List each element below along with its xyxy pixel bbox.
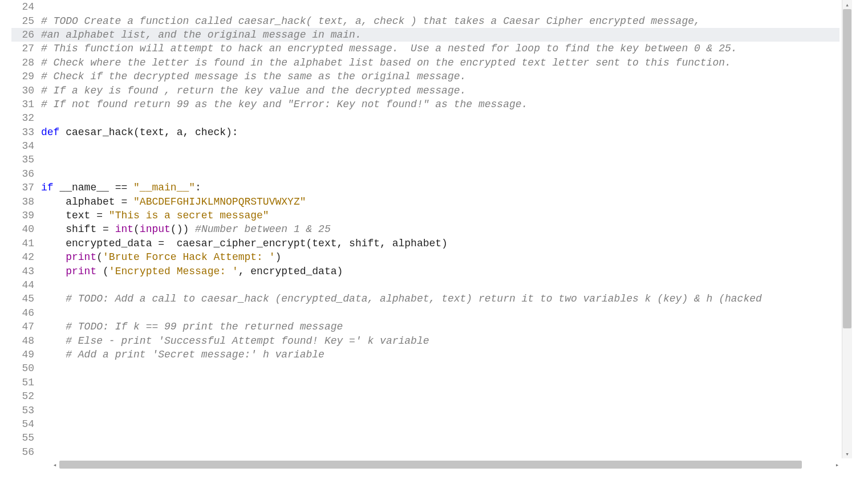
vertical-scroll-thumb[interactable]	[843, 9, 851, 328]
code-line[interactable]: 42 print('Brute Force Hack Attempt: ')	[11, 250, 839, 264]
code-line[interactable]: 37if __name__ == "__main__":	[11, 181, 839, 194]
token: #an alphabet list, and the original mess…	[41, 29, 362, 40]
code-line[interactable]: 55	[11, 431, 839, 445]
code-line[interactable]: 39 text = "This is a secret message"	[11, 209, 839, 222]
code-line[interactable]: 28# Check where the letter is found in t…	[11, 56, 839, 70]
code-line[interactable]: 30# If a key is found , return the key v…	[11, 83, 839, 97]
scroll-down-arrow-icon[interactable]: ▾	[842, 449, 852, 458]
code-line[interactable]: 43 print ('Encrypted Message: ', encrypt…	[11, 264, 839, 278]
line-number: 25	[11, 15, 41, 27]
code-line[interactable]: 26#an alphabet list, and the original me…	[11, 28, 839, 42]
line-number: 53	[11, 405, 41, 416]
code-content[interactable]: #an alphabet list, and the original mess…	[41, 29, 839, 40]
code-line[interactable]: 36	[11, 167, 839, 181]
token: alphabet =	[41, 196, 133, 208]
line-number: 46	[11, 307, 41, 319]
code-content[interactable]: shift = int(input()) #Number between 1 &…	[41, 223, 839, 235]
code-line[interactable]: 44	[11, 278, 839, 292]
code-content[interactable]: print('Brute Force Hack Attempt: ')	[41, 251, 839, 263]
token: "__main__"	[133, 182, 195, 193]
code-line[interactable]: 33def caesar_hack(text, a, check):	[11, 125, 839, 139]
token	[41, 321, 66, 332]
code-line[interactable]: 51	[11, 376, 839, 389]
line-number: 36	[11, 168, 41, 180]
code-line[interactable]: 31# If not found return 99 as the key an…	[11, 97, 839, 111]
scroll-left-arrow-icon[interactable]: ◂	[50, 459, 59, 470]
code-line[interactable]: 46	[11, 306, 839, 320]
code-content[interactable]: text = "This is a secret message"	[41, 210, 839, 221]
line-number: 40	[11, 223, 41, 235]
code-content[interactable]: alphabet = "ABCDEFGHIJKLMNOPQRSTUVWXYZ"	[41, 196, 839, 208]
token: )	[275, 251, 282, 263]
code-content[interactable]: encrypted_data = caesar_cipher_encrypt(t…	[41, 238, 839, 249]
code-content[interactable]: # TODO: If k == 99 print the returned me…	[41, 321, 839, 332]
code-line[interactable]: 50	[11, 361, 839, 375]
token: # If a key is found , return the key val…	[41, 85, 466, 96]
token: __name__ ==	[54, 182, 133, 193]
code-content[interactable]: # Check if the decrypted message is the …	[41, 71, 839, 82]
token: # TODO: If k == 99 print the returned me…	[66, 321, 343, 332]
code-content[interactable]: # Else - print 'Successful Attempt found…	[41, 335, 839, 347]
code-line[interactable]: 49 # Add a print 'Secret message:' h var…	[11, 348, 839, 361]
code-content[interactable]: # Add a print 'Secret message:' h variab…	[41, 349, 839, 360]
line-number: 49	[11, 349, 41, 360]
token: 'Encrypted Message: '	[109, 266, 238, 277]
code-line[interactable]: 48 # Else - print 'Successful Attempt fo…	[11, 333, 839, 347]
code-content[interactable]: # If not found return 99 as the key and …	[41, 99, 839, 110]
line-number: 55	[11, 432, 41, 444]
code-content[interactable]: # TODO: Add a call to caesar_hack (encry…	[41, 293, 839, 304]
code-content[interactable]: # This function will attempt to hack an …	[41, 43, 839, 54]
code-line[interactable]: 25# TODO Create a function called caesar…	[11, 14, 839, 27]
token: ())	[171, 223, 195, 235]
code-line[interactable]: 54	[11, 417, 839, 431]
token: print	[66, 266, 96, 277]
code-content[interactable]: # TODO Create a function called caesar_h…	[41, 15, 839, 27]
code-line[interactable]: 45 # TODO: Add a call to caesar_hack (en…	[11, 292, 839, 306]
token: , encrypted_data)	[238, 266, 343, 277]
code-line[interactable]: 34	[11, 139, 839, 153]
code-line[interactable]: 32	[11, 111, 839, 125]
code-content[interactable]: def caesar_hack(text, a, check):	[41, 127, 839, 138]
line-number: 26	[11, 29, 41, 40]
token	[41, 335, 66, 347]
horizontal-scroll-thumb[interactable]	[59, 461, 802, 469]
line-number: 32	[11, 112, 41, 124]
token: def	[41, 127, 59, 138]
code-line[interactable]: 27# This function will attempt to hack a…	[11, 42, 839, 55]
token: 'Brute Force Hack Attempt: '	[103, 251, 275, 263]
horizontal-scrollbar[interactable]: ◂ ▸	[50, 459, 842, 470]
token	[41, 266, 66, 277]
line-number: 51	[11, 377, 41, 388]
vertical-scrollbar[interactable]: ▴ ▾	[842, 0, 852, 458]
code-content[interactable]: if __name__ == "__main__":	[41, 182, 839, 193]
code-line[interactable]: 24	[11, 0, 839, 14]
token: (	[96, 266, 109, 277]
code-line[interactable]: 52	[11, 389, 839, 403]
code-line[interactable]: 29# Check if the decrypted message is th…	[11, 70, 839, 83]
code-line[interactable]: 47 # TODO: If k == 99 print the returned…	[11, 320, 839, 333]
code-line[interactable]: 56	[11, 445, 839, 459]
token: # This function will attempt to hack an …	[41, 43, 737, 54]
code-line[interactable]: 35	[11, 153, 839, 166]
token: (	[133, 223, 140, 235]
code-line[interactable]: 40 shift = int(input()) #Number between …	[11, 222, 839, 236]
token: if	[41, 182, 54, 193]
line-number: 50	[11, 363, 41, 374]
token: "ABCDEFGHIJKLMNOPQRSTUVWXYZ"	[133, 196, 306, 208]
code-content[interactable]: # Check where the letter is found in the…	[41, 57, 839, 68]
token: (	[96, 251, 103, 263]
code-line[interactable]: 38 alphabet = "ABCDEFGHIJKLMNOPQRSTUVWXY…	[11, 194, 839, 208]
code-content[interactable]: # If a key is found , return the key val…	[41, 85, 839, 96]
horizontal-scroll-track[interactable]	[59, 459, 833, 470]
token: # Else - print 'Successful Attempt found…	[66, 335, 429, 347]
code-line[interactable]: 53	[11, 403, 839, 417]
token: :	[195, 182, 201, 193]
line-number: 24	[11, 1, 41, 13]
code-line[interactable]: 41 encrypted_data = caesar_cipher_encryp…	[11, 237, 839, 250]
token: # TODO: Add a call to caesar_hack (encry…	[66, 293, 762, 304]
code-content[interactable]: print ('Encrypted Message: ', encrypted_…	[41, 266, 839, 277]
line-number: 44	[11, 279, 41, 291]
scroll-right-arrow-icon[interactable]: ▸	[833, 459, 842, 470]
code-editor[interactable]: 2425# TODO Create a function called caes…	[11, 0, 839, 458]
scroll-up-arrow-icon[interactable]: ▴	[842, 0, 852, 9]
